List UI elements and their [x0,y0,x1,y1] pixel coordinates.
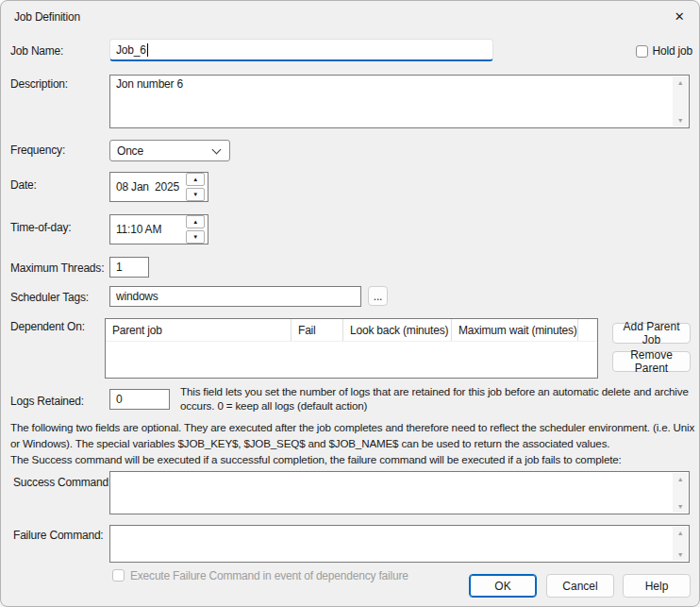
frequency-label: Frequency: [10,143,65,157]
note-command-execution: The Success command will be executed if … [10,452,697,468]
scroll-down-icon[interactable]: ▼ [677,503,684,510]
description-textarea[interactable]: Jon number 6 ▲ ▼ [109,75,690,128]
time-spin-up-button[interactable]: ▲ [186,215,205,228]
logs-retained-input[interactable]: 0 [109,389,170,410]
logs-retained-help: This field lets you set the number of lo… [180,384,695,413]
close-icon: ✕ [675,9,685,24]
time-of-day-label: Time-of-day: [10,221,72,234]
dependency-failure-checkbox[interactable] [112,569,125,582]
spin-up-icon: ▲ [192,219,198,225]
description-label: Description: [10,77,68,91]
window-title: Job Definition [14,10,80,24]
scheduler-tags-input[interactable]: windows [109,286,361,307]
scroll-up-icon[interactable]: ▲ [677,530,684,536]
maximum-threads-input[interactable]: 1 [109,257,149,278]
text-caret [147,43,148,57]
description-value: Jon number 6 [116,77,670,126]
scroll-up-icon[interactable]: ▲ [677,79,684,86]
scheduler-tags-value: windows [116,290,158,303]
job-definition-dialog: Job Definition ✕ Job Name: Job_6 Hold jo… [0,0,700,607]
time-spin-down-button[interactable]: ▼ [186,230,205,244]
job-name-label: Job Name: [10,44,63,58]
success-command-label: Success Command: [13,476,111,489]
scheduler-tags-label: Scheduler Tags: [10,291,89,304]
scroll-down-icon[interactable]: ▼ [677,551,684,558]
success-command-textarea[interactable]: ▲ ▼ [109,471,690,514]
job-name-input[interactable]: Job_6 [109,39,493,61]
date-spinner[interactable]: 08 Jan 2025 ▲ ▼ [109,172,208,202]
column-header-spacer [578,319,597,341]
header-divider [106,341,597,342]
note-optional-fields: The following two fields are optional. T… [10,420,697,451]
scroll-up-icon[interactable]: ▲ [677,476,684,482]
failure-command-textarea[interactable]: ▲ ▼ [109,525,690,563]
logs-retained-value: 0 [116,393,122,406]
column-header-maximum-wait[interactable]: Maximum wait (minutes) [452,319,578,341]
time-of-day-spinner[interactable]: 11:10 AM ▲ ▼ [109,214,208,244]
date-label: Date: [10,178,37,192]
cancel-button[interactable]: Cancel [546,574,614,598]
maximum-threads-label: Maximum Threads: [10,261,104,275]
remove-parent-button[interactable]: Remove Parent [612,351,691,372]
frequency-dropdown[interactable]: Once [109,140,230,161]
browse-tags-button[interactable]: ... [368,286,388,306]
date-spin-down-button[interactable]: ▼ [186,188,205,201]
dependency-failure-label: Execute Failure Command in event of depe… [130,569,408,582]
column-header-parent-job[interactable]: Parent job [106,319,292,341]
dependent-on-label: Dependent On: [10,320,85,333]
logs-retained-label: Logs Retained: [10,395,84,408]
spin-down-icon: ▼ [192,234,198,240]
add-parent-job-button[interactable]: Add Parent Job [612,323,691,344]
close-button[interactable]: ✕ [663,3,695,29]
date-value: 08 Jan 2025 [110,180,186,194]
failure-command-scrollbar[interactable]: ▲ ▼ [673,527,688,561]
job-name-value: Job_6 [116,43,146,57]
maximum-threads-value: 1 [116,261,122,274]
column-header-fail[interactable]: Fail [292,319,343,341]
success-command-value [116,474,670,512]
success-command-scrollbar[interactable]: ▲ ▼ [673,473,688,513]
hold-job-group: Hold job [636,44,692,58]
ok-button[interactable]: OK [469,574,537,598]
spin-up-icon: ▲ [192,177,198,182]
ellipsis-icon: ... [374,290,382,303]
hold-job-checkbox[interactable] [636,45,648,58]
scroll-down-icon[interactable]: ▼ [677,117,684,124]
help-button[interactable]: Help [623,574,691,598]
column-header-look-back[interactable]: Look back (minutes) [343,319,452,341]
description-scrollbar[interactable]: ▲ ▼ [673,76,688,126]
time-of-day-value: 11:10 AM [110,223,186,236]
chevron-down-icon [212,145,222,155]
hold-job-label: Hold job [653,44,692,58]
failure-command-label: Failure Command: [13,529,104,542]
frequency-value: Once [117,144,143,158]
date-spin-up-button[interactable]: ▲ [186,173,205,186]
failure-command-value [116,528,670,560]
dependent-on-table[interactable]: Parent job Fail Look back (minutes) Maxi… [105,318,598,379]
spin-down-icon: ▼ [192,192,198,197]
